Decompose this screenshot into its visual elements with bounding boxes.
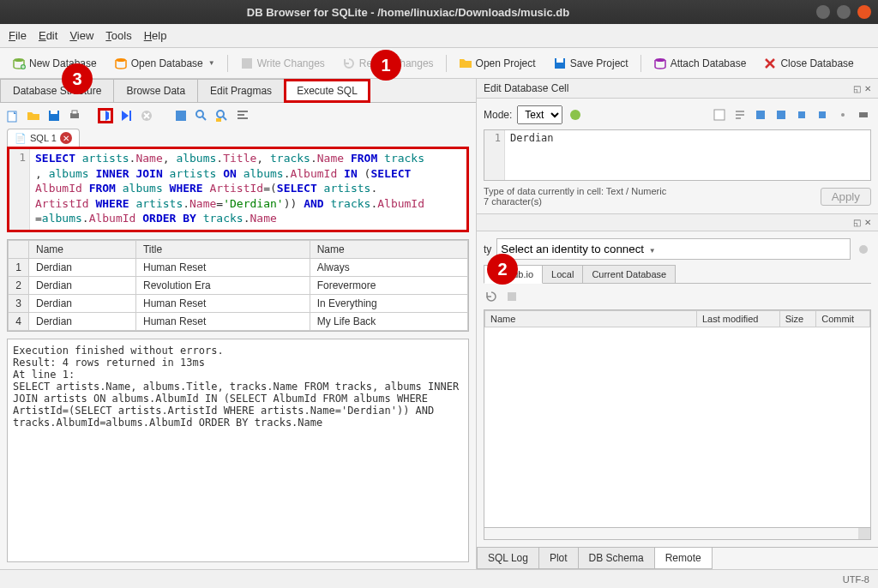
- scrollbar-right-icon[interactable]: [858, 528, 870, 539]
- menu-tools[interactable]: Tools: [105, 29, 131, 42]
- sql-text[interactable]: SELECT artists.Name, albums.Title, track…: [30, 149, 466, 230]
- cell-editor[interactable]: 1 Derdian: [484, 129, 871, 181]
- col-header-name[interactable]: Name: [29, 241, 136, 259]
- execute-sql-icon[interactable]: [98, 108, 113, 123]
- undock-remote-icon[interactable]: ◱: [853, 218, 861, 227]
- cell-clear-icon[interactable]: [835, 107, 851, 123]
- cell-copy-icon[interactable]: [794, 107, 809, 123]
- btab-remote[interactable]: Remote: [654, 548, 713, 569]
- undock-icon[interactable]: ◱: [853, 84, 861, 93]
- cell-null-icon[interactable]: [712, 107, 727, 123]
- open-db-icon: [114, 57, 128, 70]
- clone-remote-icon[interactable]: [504, 289, 520, 304]
- svg-point-24: [841, 113, 845, 117]
- svg-rect-11: [72, 111, 77, 114]
- sql-file-tabs: 📄 SQL 1 ✕: [0, 129, 476, 147]
- table-row[interactable]: 4DerdianHuman ResetMy Life Back: [9, 313, 468, 331]
- col-header-title[interactable]: Title: [135, 241, 310, 259]
- identity-select[interactable]: Select an identity to connect ▼: [496, 238, 851, 260]
- open-sql-icon[interactable]: [26, 108, 41, 123]
- find-replace-icon[interactable]: [214, 108, 230, 123]
- col-header-track[interactable]: Name: [310, 241, 467, 259]
- tab-local[interactable]: Local: [542, 265, 583, 283]
- maximize-button[interactable]: [837, 5, 851, 19]
- callout-3: 3: [62, 63, 93, 94]
- save-sql-icon[interactable]: [46, 108, 62, 123]
- left-pane: Database Structure Browse Data Edit Prag…: [0, 79, 477, 569]
- svg-point-16: [217, 111, 224, 117]
- svg-rect-14: [176, 111, 186, 121]
- toggle-indent-icon[interactable]: [235, 108, 250, 123]
- mode-select[interactable]: Text: [517, 105, 562, 124]
- close-database-button[interactable]: Close Database: [758, 53, 858, 74]
- new-sql-tab-icon[interactable]: [5, 108, 21, 123]
- remote-col-modified[interactable]: Last modified: [696, 311, 779, 327]
- tab-database-structure[interactable]: Database Structure: [0, 79, 114, 102]
- close-window-button[interactable]: [857, 5, 871, 19]
- btab-plot[interactable]: Plot: [538, 548, 579, 569]
- tab-edit-pragmas[interactable]: Edit Pragmas: [197, 79, 285, 102]
- cell-paste-icon[interactable]: [815, 107, 830, 123]
- print-sql-icon[interactable]: [67, 108, 82, 123]
- right-pane: Edit Database Cell ◱ ✕ Mode: Text: [477, 79, 878, 569]
- cell-print-icon[interactable]: [856, 107, 871, 123]
- edit-cell-panel-header: Edit Database Cell ◱ ✕: [477, 79, 878, 99]
- format-icon[interactable]: [568, 107, 583, 123]
- bottom-tabs: SQL Log Plot DB Schema Remote: [477, 547, 878, 569]
- tab-browse-data[interactable]: Browse Data: [113, 79, 198, 102]
- btab-sql-log[interactable]: SQL Log: [477, 548, 539, 569]
- sql-tab-1[interactable]: 📄 SQL 1 ✕: [7, 129, 80, 147]
- cell-export-icon[interactable]: [773, 107, 789, 123]
- save-result-icon[interactable]: [173, 108, 189, 123]
- menu-help[interactable]: Help: [144, 29, 167, 42]
- menu-view[interactable]: View: [69, 29, 93, 42]
- main-toolbar: New Database Open Database ▼ Write Chang…: [0, 48, 878, 79]
- table-row[interactable]: 2DerdianRevolution EraForevermore: [9, 277, 468, 295]
- open-project-button[interactable]: Open Project: [454, 53, 541, 74]
- refresh-remote-icon[interactable]: [484, 289, 499, 304]
- results-table: Name Title Name 1DerdianHuman ResetAlway…: [7, 239, 469, 332]
- sql-file-icon: 📄: [15, 133, 27, 144]
- close-sql-tab-icon[interactable]: ✕: [60, 132, 72, 144]
- svg-rect-12: [129, 111, 131, 121]
- btab-db-schema[interactable]: DB Schema: [578, 548, 655, 569]
- remote-list: Name Last modified Size Commit: [484, 309, 871, 528]
- dropdown-arrow-icon: ▼: [208, 59, 215, 67]
- close-panel-icon[interactable]: ✕: [864, 84, 871, 93]
- attach-database-button[interactable]: Attach Database: [648, 53, 752, 74]
- table-row[interactable]: 3DerdianHuman ResetIn Everything: [9, 295, 468, 313]
- cell-content[interactable]: Derdian: [505, 130, 870, 180]
- menu-file[interactable]: File: [9, 29, 27, 42]
- svg-rect-9: [51, 111, 57, 114]
- identity-settings-icon[interactable]: [856, 242, 871, 257]
- svg-rect-20: [756, 111, 765, 119]
- statusbar: UTF-8: [0, 569, 878, 588]
- minimize-button[interactable]: [816, 5, 830, 19]
- find-icon[interactable]: [194, 108, 209, 123]
- table-row[interactable]: 1DerdianHuman ResetAlways: [9, 259, 468, 277]
- remote-col-name[interactable]: Name: [485, 311, 697, 327]
- sql-editor[interactable]: 1 SELECT artists.Name, albums.Title, tra…: [7, 147, 469, 232]
- tab-current-db[interactable]: Current Database: [582, 265, 676, 283]
- open-project-icon: [459, 57, 472, 70]
- cell-import-icon[interactable]: [753, 107, 768, 123]
- svg-rect-21: [777, 111, 785, 119]
- svg-rect-22: [798, 111, 805, 118]
- tab-execute-sql[interactable]: Execute SQL: [284, 79, 370, 103]
- apply-button[interactable]: Apply: [821, 188, 871, 206]
- stop-sql-icon[interactable]: [139, 108, 154, 123]
- sql-toolbar: [0, 103, 476, 129]
- save-project-button[interactable]: Save Project: [548, 53, 634, 74]
- callout-1: 1: [370, 50, 401, 81]
- remote-col-size[interactable]: Size: [779, 311, 815, 327]
- titlebar: DB Browser for SQLite - /home/linuxiac/D…: [0, 0, 878, 24]
- menu-edit[interactable]: Edit: [39, 29, 57, 42]
- svg-point-15: [196, 111, 203, 117]
- open-database-button[interactable]: Open Database ▼: [109, 53, 220, 74]
- remote-col-commit[interactable]: Commit: [816, 311, 870, 327]
- close-remote-icon[interactable]: ✕: [864, 218, 871, 227]
- cell-text-icon[interactable]: [732, 107, 748, 123]
- sql-output[interactable]: Execution finished without errors. Resul…: [7, 339, 469, 562]
- execute-line-icon[interactable]: [118, 108, 134, 123]
- window-title: DB Browser for SQLite - /home/linuxiac/D…: [7, 6, 809, 19]
